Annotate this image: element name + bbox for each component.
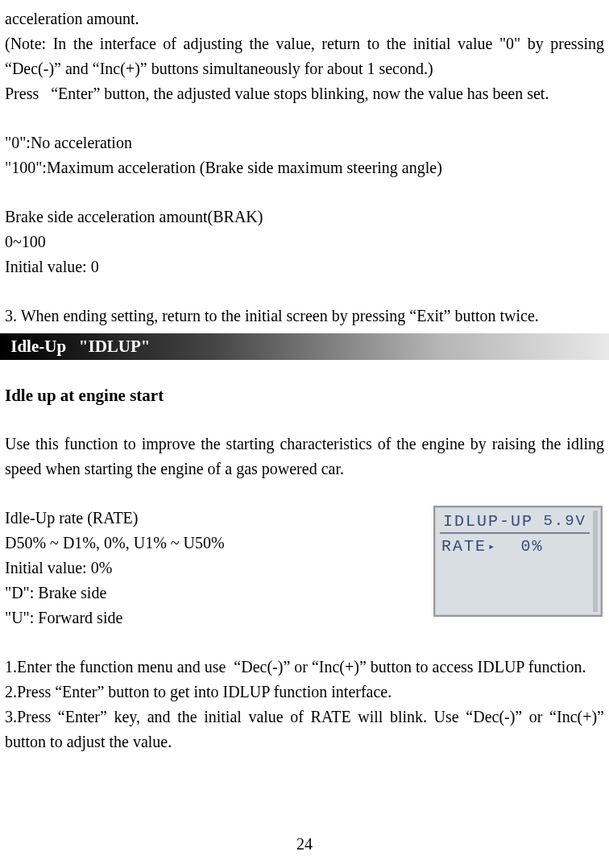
paragraph: 0~100 (5, 229, 604, 254)
paragraph: Brake side acceleration amount(BRAK) (5, 205, 604, 229)
lcd-marker-icon: ▸ (488, 539, 496, 553)
paragraph: "U": Forward side (5, 606, 427, 630)
section-banner: Idle-Up "IDLUP" (0, 333, 609, 360)
lcd-rate-label: RATE (441, 537, 487, 556)
paragraph: "100":Maximum acceleration (Brake side m… (5, 155, 604, 180)
paragraph: Press “Enter” button, the adjusted value… (5, 81, 604, 106)
step-paragraph: 3.Press “Enter” key, and the initial val… (5, 705, 604, 754)
lcd-rate-value: 0% (520, 537, 543, 556)
step-paragraph: 1.Enter the function menu and use “Dec(-… (5, 655, 604, 680)
paragraph: 3. When ending setting, return to the in… (5, 304, 604, 329)
paragraph: Initial value: 0% (5, 556, 427, 581)
paragraph: "D": Brake side (5, 581, 427, 606)
page-number: 24 (0, 835, 609, 854)
paragraph: Use this function to improve the startin… (5, 432, 604, 482)
paragraph: Idle-Up rate (RATE) (5, 506, 427, 531)
paragraph: D50% ~ D1%, 0%, U1% ~ U50% (5, 531, 427, 556)
subheading: Idle up at engine start (5, 382, 604, 409)
step-paragraph: 2.Press “Enter” button to get into IDLUP… (5, 680, 604, 705)
paragraph: acceleration amount. (5, 6, 604, 31)
paragraph: "0":No acceleration (5, 130, 604, 155)
lcd-title: IDLUP-UP (443, 512, 533, 531)
paragraph: Initial value: 0 (5, 254, 604, 279)
lcd-display: IDLUP-UP 5.9V RATE ▸ 0% (433, 506, 603, 617)
paragraph: (Note: In the interface of adjusting the… (5, 31, 604, 81)
lcd-voltage: 5.9V (543, 512, 586, 530)
